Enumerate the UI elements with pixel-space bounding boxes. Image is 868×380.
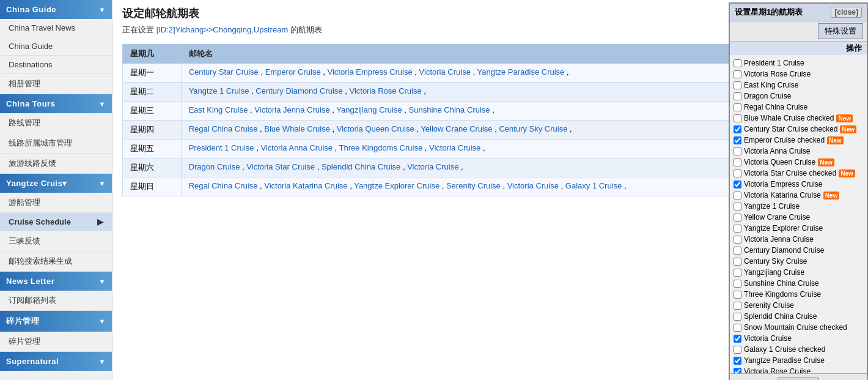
sidebar-item-china-guide[interactable]: China Guide <box>0 37 112 56</box>
new-badge: New <box>836 114 853 122</box>
cruise-link[interactable]: Yangtze 1 Cruise <box>189 86 249 95</box>
cruise-link[interactable]: Regal China Cruise <box>189 181 258 190</box>
sidebar-item-china-travel-news[interactable]: China Travel News <box>0 19 112 37</box>
cruise-checkbox[interactable] <box>734 125 741 133</box>
sidebar-item-luxian-guanli[interactable]: 路线管理 <box>0 113 112 133</box>
popup-cruise-item: Victoria Jenna Cruise <box>734 234 863 245</box>
cruise-link[interactable]: Regal China Cruise <box>189 124 258 133</box>
cruise-link[interactable]: Victoria Jenna Cruise <box>254 105 329 114</box>
cruise-link[interactable]: Victoria Cruise <box>507 181 559 190</box>
update-button[interactable]: 更新 <box>778 378 819 380</box>
cruise-checkbox[interactable] <box>734 92 741 100</box>
cruise-link[interactable]: Century Diamond Cruise <box>256 86 342 95</box>
popup-cruise-item: Century Star Cruise checkedNew <box>734 124 863 135</box>
cruise-checkbox[interactable] <box>734 170 741 177</box>
cruise-link[interactable]: Yangtze Paradise Cruise <box>477 67 564 76</box>
cruise-checkbox[interactable] <box>734 81 741 89</box>
cruise-link[interactable]: East King Cruise <box>189 105 248 114</box>
cruise-link[interactable]: Sunshine China Cruise <box>409 105 490 114</box>
popup-cruise-item: Victoria Rose Cruise <box>734 366 863 373</box>
cruise-link[interactable]: Serenity Cruise <box>446 181 501 190</box>
sidebar-item-label: 碎片管理 <box>9 337 40 346</box>
cruise-link[interactable]: Victoria Anna Cruise <box>260 143 333 152</box>
sidebar-item-youlun-sousuo[interactable]: 邮轮搜索结果生成 <box>0 251 112 272</box>
cruise-checkbox[interactable] <box>734 313 741 321</box>
sidebar-item-destinations[interactable]: Destinations <box>0 56 112 74</box>
cruise-link[interactable]: Victoria Rose Cruise <box>349 86 421 95</box>
popup-cruise-item: President 1 Cruise <box>734 58 863 69</box>
day-cell: 星期一 <box>123 64 182 83</box>
sidebar-section-label: Yangtze Cruis▾ <box>6 179 67 188</box>
cruise-link[interactable]: Yangzijiang Cruise <box>336 105 402 114</box>
sidebar-item-xiangqi-guanli[interactable]: 相册管理 <box>0 74 112 94</box>
sidebar-section-china-tours[interactable]: China Tours▼ <box>0 94 112 113</box>
cruise-checkbox[interactable] <box>734 357 741 365</box>
popup-body: President 1 CruiseVictoria Rose CruiseEa… <box>730 55 867 373</box>
cruise-name-label: Splendid China Cruise <box>744 312 817 321</box>
cruise-checkbox[interactable] <box>734 324 741 332</box>
cruise-checkbox[interactable] <box>734 346 741 354</box>
cruise-link[interactable]: Dragon Cruise <box>189 162 240 171</box>
cruise-link[interactable]: Blue Whale Cruise <box>264 124 330 133</box>
cruise-checkbox[interactable] <box>734 280 741 288</box>
cruise-link[interactable]: Victoria Cruise <box>407 162 458 171</box>
popup-close-button[interactable]: [close] <box>831 7 862 18</box>
sidebar-item-dingyue-youxiang[interactable]: 订阅邮箱列表 <box>0 291 112 311</box>
cruise-link[interactable]: Century Sky Cruise <box>499 124 567 133</box>
cruise-name-label: Victoria Queen Cruise <box>744 158 815 166</box>
cruise-link[interactable]: Victoria Cruise <box>419 67 471 76</box>
day-cell: 星期五 <box>123 140 182 158</box>
cruise-checkbox[interactable] <box>734 158 741 166</box>
cruise-checkbox[interactable] <box>734 291 741 299</box>
sidebar-item-luyou-fankui[interactable]: 旅游线路反馈 <box>0 154 112 174</box>
cruise-checkbox[interactable] <box>734 114 741 122</box>
cruise-checkbox[interactable] <box>734 368 741 374</box>
subtitle-link[interactable]: [ID:2]Yichang>>Chongqing,Upstream <box>156 25 289 34</box>
special-settings-button[interactable]: 特殊设置 <box>818 23 863 39</box>
cruise-checkbox[interactable] <box>734 103 741 111</box>
cruise-checkbox[interactable] <box>734 247 741 255</box>
cruise-checkbox[interactable] <box>734 214 741 222</box>
cruise-link[interactable]: Victoria Empress Cruise <box>328 67 413 76</box>
sidebar-item-sanxia-fankui[interactable]: 三峡反馈 <box>0 231 112 251</box>
sidebar-item-youyuan-guanli[interactable]: 游船管理 <box>0 193 112 213</box>
cruise-checkbox[interactable] <box>734 192 741 199</box>
cruise-checkbox[interactable] <box>734 59 741 67</box>
cruise-link[interactable]: Yangtze Explorer Cruise <box>354 181 440 190</box>
sidebar-section-news-letter[interactable]: News Letter▼ <box>0 272 112 291</box>
cruise-link[interactable]: Splendid China Cruise <box>322 162 400 171</box>
cruise-link[interactable]: Three Kingdoms Cruise <box>339 143 423 152</box>
cruise-link[interactable]: Century Star Cruise <box>189 67 259 76</box>
cruise-link[interactable]: Victoria Queen Cruise <box>337 124 414 133</box>
cruise-checkbox[interactable] <box>734 147 741 155</box>
cruise-checkbox[interactable] <box>734 302 741 310</box>
cruise-link[interactable]: Galaxy 1 Cruise <box>565 181 622 190</box>
sidebar-item-luxian-chengshi-guanli[interactable]: 线路所属城市管理 <box>0 133 112 154</box>
cruise-checkbox[interactable] <box>734 203 741 210</box>
sidebar-section-suipian-guanli[interactable]: 碎片管理▼ <box>0 311 112 332</box>
sidebar-item-cruise-schedule[interactable]: Cruise Schedule▶ <box>0 213 112 231</box>
cruise-link[interactable]: President 1 Cruise <box>189 143 254 152</box>
cruise-checkbox[interactable] <box>734 335 741 343</box>
popup-cruise-item: Serenity Cruise <box>734 300 863 311</box>
sidebar-section-supernatural[interactable]: Supernatural▼ <box>0 352 112 371</box>
cruise-link[interactable]: Victoria Katarina Cruise <box>264 181 347 190</box>
cruise-checkbox[interactable] <box>734 70 741 78</box>
cruise-checkbox[interactable] <box>734 269 741 277</box>
new-badge: New <box>818 158 834 166</box>
cruise-link[interactable]: Yellow Crane Cruise <box>421 124 492 133</box>
cruise-checkbox[interactable] <box>734 258 741 266</box>
cruise-link[interactable]: Victoria Star Cruise <box>246 162 315 171</box>
popup-cruise-item: Yangzijiang Cruise <box>734 267 863 278</box>
sidebar-item-suipian-guanli-item[interactable]: 碎片管理 <box>0 332 112 352</box>
cruise-checkbox[interactable] <box>734 236 741 244</box>
popup-cruise-item: Splendid China Cruise <box>734 311 863 322</box>
cruise-checkbox[interactable] <box>734 181 741 188</box>
sidebar-section-yangtze-cruises[interactable]: Yangtze Cruis▾▼ <box>0 174 112 193</box>
sidebar-section-china-guide[interactable]: China Guide▼ <box>0 0 112 19</box>
cruise-link[interactable]: Emperor Cruise <box>265 67 321 76</box>
cruise-checkbox[interactable] <box>734 136 741 144</box>
cruise-link[interactable]: Victoria Cruise <box>429 143 480 152</box>
popup-cruise-item: Yangtze 1 Cruise <box>734 201 863 212</box>
cruise-checkbox[interactable] <box>734 225 741 233</box>
